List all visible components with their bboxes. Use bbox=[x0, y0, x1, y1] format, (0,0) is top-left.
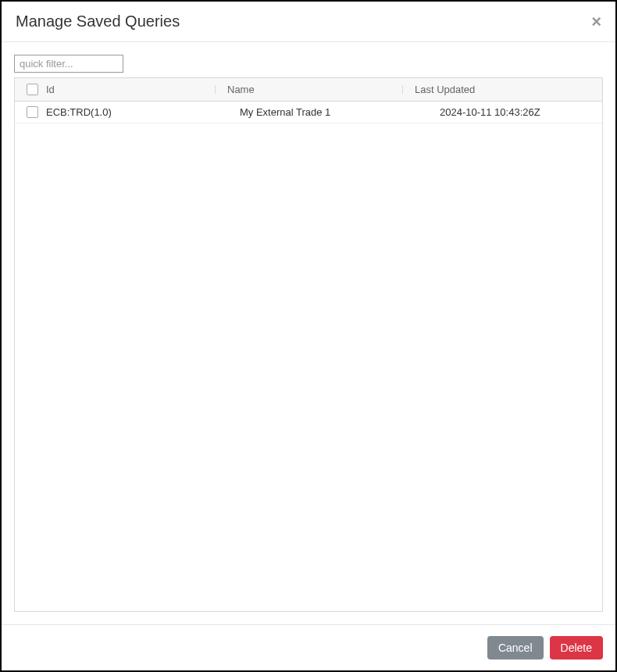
close-button[interactable]: × bbox=[591, 13, 601, 30]
column-header-last-updated[interactable]: Last Updated bbox=[402, 84, 602, 95]
row-name: My External Trade 1 bbox=[215, 106, 402, 118]
modal-header: Manage Saved Queries × bbox=[2, 2, 615, 41]
row-last-updated: 2024-10-11 10:43:26Z bbox=[402, 106, 602, 118]
queries-table: Id Name Last Updated ECB:TRD(1.0) My Ext… bbox=[14, 77, 603, 612]
select-all-checkbox[interactable] bbox=[27, 84, 38, 95]
cancel-button[interactable]: Cancel bbox=[487, 636, 544, 659]
modal-footer: Cancel Delete bbox=[2, 624, 615, 670]
header-checkbox-cell bbox=[15, 84, 43, 95]
column-header-id[interactable]: Id bbox=[43, 84, 215, 95]
modal-title: Manage Saved Queries bbox=[16, 13, 180, 30]
quick-filter-input[interactable] bbox=[14, 55, 123, 73]
modal-body: Id Name Last Updated ECB:TRD(1.0) My Ext… bbox=[2, 42, 615, 624]
delete-button[interactable]: Delete bbox=[550, 636, 603, 659]
row-checkbox[interactable] bbox=[27, 106, 38, 118]
table-row[interactable]: ECB:TRD(1.0) My External Trade 1 2024-10… bbox=[15, 102, 602, 123]
column-header-name[interactable]: Name bbox=[215, 84, 402, 95]
row-id: ECB:TRD(1.0) bbox=[43, 106, 215, 118]
table-body: ECB:TRD(1.0) My External Trade 1 2024-10… bbox=[15, 102, 602, 611]
row-checkbox-cell bbox=[15, 106, 43, 118]
table-header-row: Id Name Last Updated bbox=[15, 78, 602, 102]
